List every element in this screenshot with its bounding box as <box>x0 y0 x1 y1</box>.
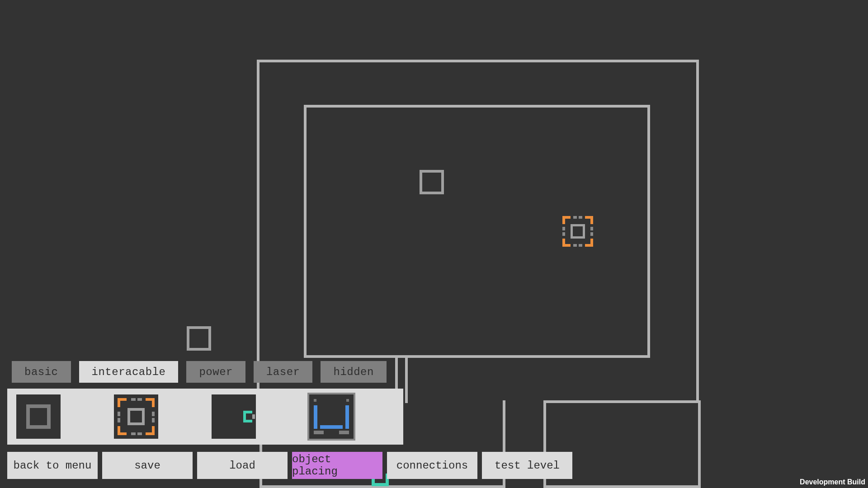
teal-half-icon <box>243 411 252 422</box>
dev-build-label: Development Build <box>800 478 865 486</box>
back-to-menu-button[interactable]: back to menu <box>7 452 98 479</box>
wall-inner-room <box>304 105 650 358</box>
save-button[interactable]: save <box>102 452 193 479</box>
category-tabs: basic interacable power laser hidden <box>12 361 387 383</box>
tab-basic[interactable]: basic <box>12 361 71 383</box>
goal-icon <box>118 398 155 435</box>
placed-box-1[interactable] <box>420 170 444 194</box>
test-level-button[interactable]: test level <box>482 452 572 479</box>
blue-bucket-icon <box>314 399 349 434</box>
palette-item-goal[interactable] <box>114 394 158 439</box>
action-bar: back to menu save load object placing co… <box>7 452 572 479</box>
object-palette <box>7 389 403 445</box>
palette-item-blue[interactable] <box>309 394 354 439</box>
connections-button[interactable]: connections <box>387 452 477 479</box>
load-button[interactable]: load <box>197 452 288 479</box>
tab-interacable[interactable]: interacable <box>79 361 179 383</box>
box-icon <box>26 404 51 429</box>
tab-power[interactable]: power <box>186 361 245 383</box>
placed-goal[interactable] <box>562 216 593 247</box>
tab-hidden[interactable]: hidden <box>321 361 386 383</box>
palette-item-teal[interactable] <box>212 394 256 439</box>
tab-laser[interactable]: laser <box>254 361 313 383</box>
palette-item-box[interactable] <box>16 394 61 439</box>
placed-box-2[interactable] <box>187 326 211 351</box>
object-placing-button[interactable]: object placing <box>292 452 382 479</box>
